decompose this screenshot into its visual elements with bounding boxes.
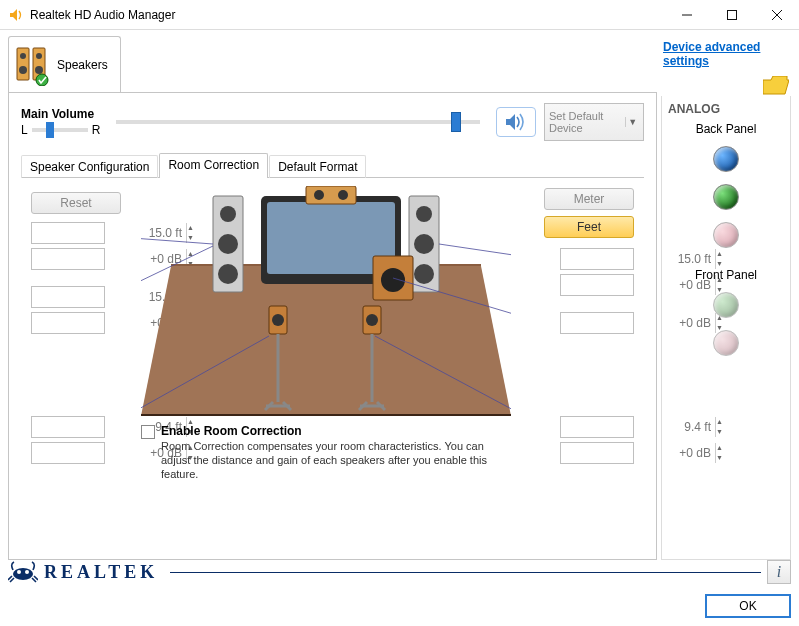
svg-point-38 [366,314,378,326]
speaker-small-icon [8,7,24,23]
balance-thumb[interactable] [46,122,54,138]
svg-point-45 [17,570,21,574]
enable-description: Room Correction compensates your room ch… [161,440,511,481]
info-button[interactable]: i [767,560,791,584]
minimize-button[interactable] [664,0,709,29]
set-default-device-dropdown[interactable]: Set Default Device ▼ [544,103,644,141]
sound-wave-icon [504,111,528,133]
play-sound-button[interactable] [496,107,536,137]
enable-room-correction-checkbox[interactable] [141,425,155,439]
back-panel-label: Back Panel [696,122,757,136]
realtek-brand-text: REALTEK [44,562,158,583]
set-default-label: Set Default Device [549,110,625,134]
jack-back-green[interactable] [713,184,739,210]
chevron-down-icon: ▼ [625,117,639,127]
title-bar: Realtek HD Audio Manager [0,0,799,30]
folder-icon[interactable] [763,76,789,96]
meter-button[interactable]: Meter [544,188,634,210]
left-top-distance-spinner[interactable]: ▲▼ [31,222,105,244]
svg-point-10 [35,66,43,74]
svg-marker-12 [506,114,515,130]
left-mid-gain-spinner[interactable]: ▲▼ [31,312,105,334]
svg-point-30 [381,268,405,292]
front-panel-label: Front Panel [695,268,757,282]
balance-right-label: R [92,123,101,137]
maximize-button[interactable] [709,0,754,29]
left-bot-distance-spinner[interactable]: ▲▼ [31,416,105,438]
svg-rect-18 [306,186,356,204]
close-button[interactable] [754,0,799,29]
tab-room-correction[interactable]: Room Correction [159,153,268,178]
balance-left-label: L [21,123,28,137]
svg-point-19 [314,190,324,200]
main-volume-label: Main Volume [21,107,100,121]
svg-rect-5 [17,48,29,80]
analog-label: ANALOG [668,102,720,116]
svg-point-6 [20,53,26,59]
device-tab-speakers[interactable]: Speakers [8,36,121,92]
jack-front-pink[interactable] [713,330,739,356]
jack-back-pink[interactable] [713,222,739,248]
svg-rect-2 [727,10,736,19]
ok-button[interactable]: OK [705,594,791,618]
tab-default-format[interactable]: Default Format [269,155,366,178]
tab-speaker-configuration[interactable]: Speaker Configuration [21,155,158,178]
svg-point-11 [36,74,48,86]
room-correction-panel: Reset Meter Feet ▲▼ ▲▼ ▲▼ ▲▼ ▲▼ ▲▼ ▲▼ ▲▼… [21,186,644,549]
right-top-distance-spinner[interactable]: ▲▼ [560,248,634,270]
left-top-gain-spinner[interactable]: ▲▼ [31,248,105,270]
device-tab-label: Speakers [57,58,108,72]
svg-marker-13 [141,266,511,416]
svg-marker-0 [10,9,17,21]
svg-point-28 [414,264,434,284]
svg-marker-15 [141,414,511,416]
speakers-icon [15,44,51,86]
left-mid-distance-spinner[interactable]: ▲▼ [31,286,105,308]
svg-point-26 [416,206,432,222]
reset-button[interactable]: Reset [31,192,121,214]
left-bot-gain-spinner[interactable]: ▲▼ [31,442,105,464]
svg-point-44 [13,568,33,580]
realtek-crab-icon [8,560,38,584]
main-volume-slider[interactable] [116,120,480,124]
svg-point-20 [338,190,348,200]
footer-divider [170,572,761,573]
device-advanced-settings-link[interactable]: Device advanced settings [661,36,791,76]
svg-marker-43 [763,76,789,94]
jack-front-green[interactable] [713,292,739,318]
right-top-gain-spinner[interactable]: ▲▼ [560,274,634,296]
window-controls [664,0,799,29]
main-volume-thumb[interactable] [451,112,461,132]
svg-point-23 [218,234,238,254]
svg-point-46 [25,570,29,574]
window-title: Realtek HD Audio Manager [30,8,664,22]
jack-back-blue[interactable] [713,146,739,172]
svg-point-24 [218,264,238,284]
balance-slider[interactable] [32,128,88,132]
svg-point-9 [36,53,42,59]
feet-button[interactable]: Feet [544,216,634,238]
room-illustration [141,186,511,416]
right-bot-gain-spinner[interactable]: ▲▼ [560,442,634,464]
svg-point-22 [220,206,236,222]
right-bot-distance-spinner[interactable]: ▲▼ [560,416,634,438]
svg-point-27 [414,234,434,254]
enable-title: Enable Room Correction [161,424,302,438]
svg-point-32 [272,314,284,326]
svg-point-7 [19,66,27,74]
right-mid-gain-spinner[interactable]: ▲▼ [560,312,634,334]
